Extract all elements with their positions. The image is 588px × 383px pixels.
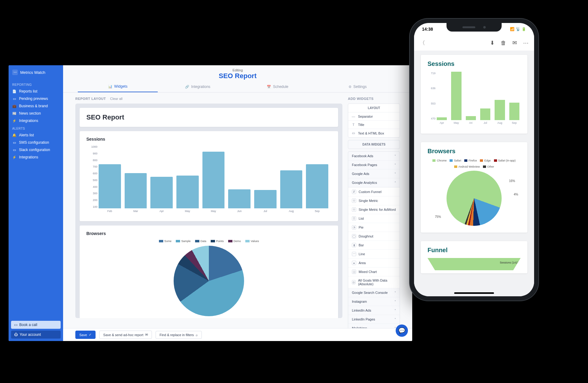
calendar-icon: ▭ (14, 323, 17, 327)
chevron-up-icon: ˄ (394, 181, 396, 184)
pct-75: 75% (435, 215, 441, 218)
ga-widget-single-metric[interactable]: ①Single Metric (348, 196, 400, 205)
legend-item: Safari (450, 159, 461, 162)
book-call-label: Book a call (19, 323, 37, 327)
clear-all-button[interactable]: Clear all (110, 97, 123, 100)
ga-widget-doughnut[interactable]: ◯Doughnut (348, 232, 400, 241)
ga-widget-custom-funnel[interactable]: ⇵Custom Funnel (348, 188, 400, 196)
browsers-card[interactable]: Browsers SomeSampleDataPointsDemoValues (80, 226, 338, 318)
layout-widget-separator[interactable]: —Separator (348, 112, 400, 120)
bar (176, 176, 199, 208)
sidebar-item-slack-configuration[interactable]: ▭Slack configuration (9, 146, 63, 154)
phone-funnel-card: Funnel Sessions (141) (421, 241, 527, 273)
wifi-icon: 📡 (516, 27, 520, 31)
data-widgets-panel: DATA WIDGETS (348, 140, 400, 149)
widget-icon: ◔ (352, 225, 356, 229)
sidebar: 〰 Metrics Watch REPORTING📄Reports list▭P… (9, 65, 63, 341)
layout-widget-text-html-box[interactable]: ▭Text & HTML Box (348, 129, 400, 137)
legend-item: Sample (176, 240, 191, 243)
sidebar-item-news-section[interactable]: 📰News section (9, 110, 63, 117)
provider-linkedin-pages[interactable]: LinkedIn Pages˅ (348, 315, 400, 324)
legend-item: Demo (228, 240, 241, 243)
brand-logo[interactable]: 〰 Metrics Watch (9, 65, 63, 81)
add-widgets-label: ADD WIDGETS (348, 97, 400, 100)
nav-icon: 📰 (12, 111, 17, 116)
save-button[interactable]: Save ✓ (75, 331, 96, 339)
sidebar-item-pending-previews[interactable]: ▭Pending previews (9, 95, 63, 102)
phone-browsers-card: Browsers ChromeSafariFirefoxEdgeSafari (… (421, 142, 527, 233)
more-icon[interactable]: ⋯ (523, 40, 529, 46)
check-icon: ✓ (89, 333, 92, 337)
provider-linkedin-ads[interactable]: LinkedIn Ads˅ (348, 306, 400, 315)
tab-integrations[interactable]: 🔗Integrations (158, 81, 238, 92)
tab-bar: 📊Widgets🔗Integrations📅Schedule⚙Settings (63, 81, 412, 93)
sidebar-item-sms-configuration[interactable]: ▭SMS configuration (9, 139, 63, 146)
chevron-down-icon: ˅ (394, 300, 396, 303)
bar (480, 108, 490, 120)
book-call-button[interactable]: ▭ Book a call (11, 321, 61, 329)
ga-widget-single-metric-for-adword[interactable]: ①Single Metric for AdWord (348, 205, 400, 214)
page-header: Editing SEO Report (63, 65, 412, 81)
tab-settings[interactable]: ⚙Settings (318, 81, 398, 92)
find-replace-button[interactable]: Find & replace in filters ⌕ (156, 331, 202, 339)
widget-icon: ◫ (352, 270, 356, 274)
account-button[interactable]: ⏻ Your account (11, 331, 61, 339)
widget-icon: ① (352, 199, 356, 203)
sidebar-item-integrations[interactable]: ⚡Integrations (9, 154, 63, 161)
mail-icon[interactable]: ✉ (512, 40, 517, 46)
home-indicator[interactable] (454, 292, 494, 294)
tab-widgets[interactable]: 📊Widgets (78, 81, 158, 92)
provider-facebook-pages[interactable]: Facebook Pages˅ (348, 161, 400, 169)
chevron-down-icon: ˅ (394, 163, 396, 167)
tab-schedule[interactable]: 📅Schedule (238, 81, 318, 92)
ga-widget-line[interactable]: 〰Line (348, 250, 400, 259)
tab-icon: 📊 (108, 85, 112, 89)
bar (509, 103, 519, 120)
report-title-card[interactable]: SEO Report (80, 108, 338, 127)
provider-instagram[interactable]: Instagram˅ (348, 297, 400, 306)
ga-widget-area[interactable]: ▲Area (348, 259, 400, 267)
chevron-down-icon: ˅ (394, 318, 396, 321)
provider-google-analytics[interactable]: Google Analytics˄ (348, 178, 400, 187)
layout-widgets-panel: LAYOUT —SeparatorTTitle▭Text & HTML Box (348, 104, 400, 138)
phone-content[interactable]: Sessions 719636553470 AprMayAriJolAugSep… (414, 51, 534, 296)
mail-icon: ✉ (145, 333, 148, 337)
sessions-card[interactable]: Sessions 1000900800700600500400300200100… (80, 131, 338, 221)
sidebar-item-reports-list[interactable]: 📄Reports list (9, 88, 63, 95)
provider-google-search-console[interactable]: Google Search Console˅ (348, 288, 400, 297)
tab-icon: ⚙ (349, 85, 352, 89)
bar (466, 116, 476, 120)
sessions-chart: 1000900800700600500400300200100 FebMarAp… (86, 145, 331, 216)
legend-item: Values (245, 240, 259, 243)
bar (202, 152, 225, 208)
phone-browsers-pie (447, 171, 502, 226)
status-icons: 📶 📡 🔋 (510, 27, 526, 31)
sidebar-item-business-brand[interactable]: 💼Business & brand (9, 102, 63, 110)
nav-icon: 🔔 (12, 133, 17, 137)
ga-widget-bar[interactable]: ▮Bar (348, 241, 400, 250)
sidebar-item-integrations[interactable]: ⚡Integrations (9, 117, 63, 124)
bar (437, 117, 447, 120)
sidebar-item-alerts-list[interactable]: 🔔Alerts list (9, 131, 63, 139)
archive-icon[interactable]: ⬇ (490, 40, 495, 46)
widget-icon: ▭ (351, 131, 356, 135)
section-label: ALERTS (9, 124, 63, 131)
report-canvas[interactable]: SEO Report Sessions 10009008007006005004… (75, 104, 342, 318)
bar (254, 190, 277, 208)
add-widgets-panel: ADD WIDGETS LAYOUT —SeparatorTTitle▭Text… (348, 97, 400, 337)
power-icon: ⏻ (14, 332, 18, 337)
trash-icon[interactable]: 🗑 (501, 40, 506, 46)
ga-widget-mixed-chart[interactable]: ◫Mixed Chart (348, 267, 400, 276)
ga-widget-list[interactable]: ☰List (348, 214, 400, 223)
back-icon[interactable]: 〈 (420, 39, 425, 47)
provider-facebook-ads[interactable]: Facebook Ads˅ (348, 152, 400, 161)
section-label: REPORTING (9, 81, 63, 88)
save-send-button[interactable]: Save & send ad-hoc report ✉ (99, 331, 152, 339)
bottom-bar: Save ✓ Save & send ad-hoc report ✉ Find … (63, 328, 412, 341)
layout-widget-title[interactable]: TTitle (348, 120, 400, 129)
ga-widget-all-goals-with-data-absolute-[interactable]: ◎All Goals With Data (Absolute) (348, 276, 400, 288)
provider-google-ads[interactable]: Google Ads˅ (348, 169, 400, 178)
browsers-title: Browsers (86, 231, 331, 236)
ga-widget-pie[interactable]: ◔Pie (348, 223, 400, 232)
chat-fab[interactable]: 💬 (396, 324, 408, 337)
